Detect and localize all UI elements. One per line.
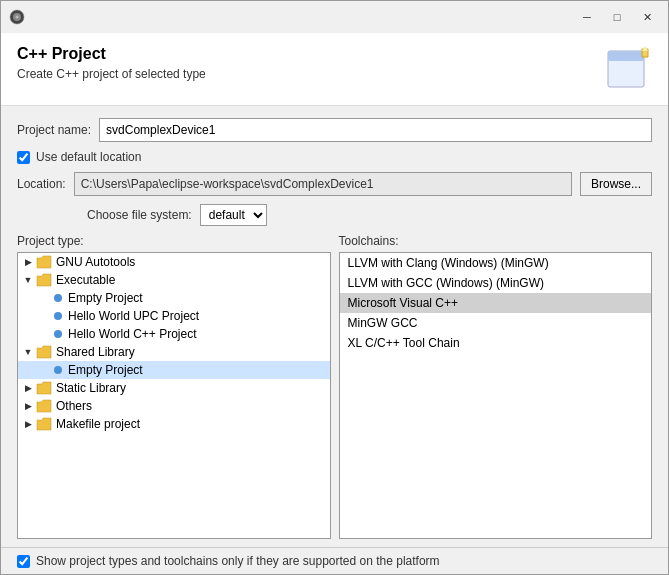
filesystem-row: Choose file system: default <box>17 204 652 226</box>
project-name-input[interactable] <box>99 118 652 142</box>
tree-item-label: Empty Project <box>68 291 143 305</box>
filesystem-label: Choose file system: <box>87 208 192 222</box>
dialog-header-text: C++ Project Create C++ project of select… <box>17 45 206 81</box>
location-label: Location: <box>17 177 66 191</box>
close-button[interactable]: ✕ <box>634 7 660 27</box>
title-bar-controls: ─ □ ✕ <box>574 7 660 27</box>
tree-item-label: Hello World C++ Project <box>68 327 197 341</box>
tree-item-label: GNU Autotools <box>56 255 135 269</box>
toolchain-msvc[interactable]: Microsoft Visual C++ <box>340 293 652 313</box>
project-type-panel: Project type: ▶ GNU Autotools <box>17 234 331 539</box>
expand-icon: ▼ <box>22 347 34 357</box>
tree-item-makefile-project[interactable]: ▶ Makefile project <box>18 415 330 433</box>
toolchain-mingw-gcc[interactable]: MinGW GCC <box>340 313 652 333</box>
tree-item-empty-project-1[interactable]: Empty Project <box>18 289 330 307</box>
bullet-icon <box>54 312 62 320</box>
toolchain-xl-cpp[interactable]: XL C/C++ Tool Chain <box>340 333 652 353</box>
tree-item-others[interactable]: ▶ Others <box>18 397 330 415</box>
toolchain-llvm-gcc[interactable]: LLVM with GCC (Windows) (MinGW) <box>340 273 652 293</box>
toolchains-panel: Toolchains: LLVM with Clang (Windows) (M… <box>339 234 653 539</box>
title-bar: ─ □ ✕ <box>1 1 668 33</box>
folder-icon <box>36 345 52 359</box>
tree-item-label: Empty Project <box>68 363 143 377</box>
toolchains-label: Toolchains: <box>339 234 653 248</box>
panels-container: Project type: ▶ GNU Autotools <box>17 234 652 539</box>
project-type-tree[interactable]: ▶ GNU Autotools ▼ <box>17 252 331 539</box>
toolchain-llvm-clang[interactable]: LLVM with Clang (Windows) (MinGW) <box>340 253 652 273</box>
folder-icon <box>36 255 52 269</box>
expand-icon: ▼ <box>22 275 34 285</box>
app-icon <box>9 9 25 25</box>
location-row: Location: Browse... <box>17 172 652 196</box>
dialog-title: C++ Project <box>17 45 206 63</box>
bullet-icon <box>54 366 62 374</box>
tree-item-label: Makefile project <box>56 417 140 431</box>
folder-icon <box>36 399 52 413</box>
bullet-icon <box>54 330 62 338</box>
folder-icon <box>36 381 52 395</box>
use-default-location-checkbox[interactable] <box>17 151 30 164</box>
dialog-window: ─ □ ✕ C++ Project Create C++ project of … <box>0 0 669 575</box>
tree-item-label: Shared Library <box>56 345 135 359</box>
tree-item-executable[interactable]: ▼ Executable <box>18 271 330 289</box>
tree-item-label: Hello World UPC Project <box>68 309 199 323</box>
tree-item-empty-project-2[interactable]: Empty Project <box>18 361 330 379</box>
svg-rect-4 <box>608 51 644 61</box>
platform-filter-label: Show project types and toolchains only i… <box>36 554 440 568</box>
tree-item-gnu-autotools[interactable]: ▶ GNU Autotools <box>18 253 330 271</box>
tree-item-hello-world-cpp[interactable]: Hello World C++ Project <box>18 325 330 343</box>
toolchains-list[interactable]: LLVM with Clang (Windows) (MinGW) LLVM w… <box>339 252 653 539</box>
dialog-body: Project name: Use default location Locat… <box>1 106 668 547</box>
svg-point-2 <box>16 16 19 19</box>
tree-item-label: Static Library <box>56 381 126 395</box>
wizard-icon <box>604 45 652 93</box>
minimize-button[interactable]: ─ <box>574 7 600 27</box>
tree-item-static-library[interactable]: ▶ Static Library <box>18 379 330 397</box>
tree-item-label: Others <box>56 399 92 413</box>
dialog-footer: Show project types and toolchains only i… <box>1 547 668 574</box>
expand-icon: ▶ <box>22 419 34 429</box>
project-type-label: Project type: <box>17 234 331 248</box>
expand-icon: ▶ <box>22 401 34 411</box>
bullet-icon <box>54 294 62 302</box>
platform-filter-checkbox[interactable] <box>17 555 30 568</box>
tree-item-label: Executable <box>56 273 115 287</box>
use-default-location-row: Use default location <box>17 150 652 164</box>
footer-checkbox-row: Show project types and toolchains only i… <box>17 554 652 568</box>
folder-icon <box>36 273 52 287</box>
dialog-subtitle: Create C++ project of selected type <box>17 67 206 81</box>
location-input[interactable] <box>74 172 572 196</box>
maximize-button[interactable]: □ <box>604 7 630 27</box>
tree-item-hello-world-upc[interactable]: Hello World UPC Project <box>18 307 330 325</box>
expand-icon: ▶ <box>22 383 34 393</box>
project-name-label: Project name: <box>17 123 91 137</box>
browse-button[interactable]: Browse... <box>580 172 652 196</box>
use-default-location-label: Use default location <box>36 150 141 164</box>
folder-icon <box>36 417 52 431</box>
dialog-header: C++ Project Create C++ project of select… <box>1 33 668 106</box>
filesystem-select[interactable]: default <box>200 204 267 226</box>
project-name-row: Project name: <box>17 118 652 142</box>
expand-icon: ▶ <box>22 257 34 267</box>
tree-item-shared-library[interactable]: ▼ Shared Library <box>18 343 330 361</box>
